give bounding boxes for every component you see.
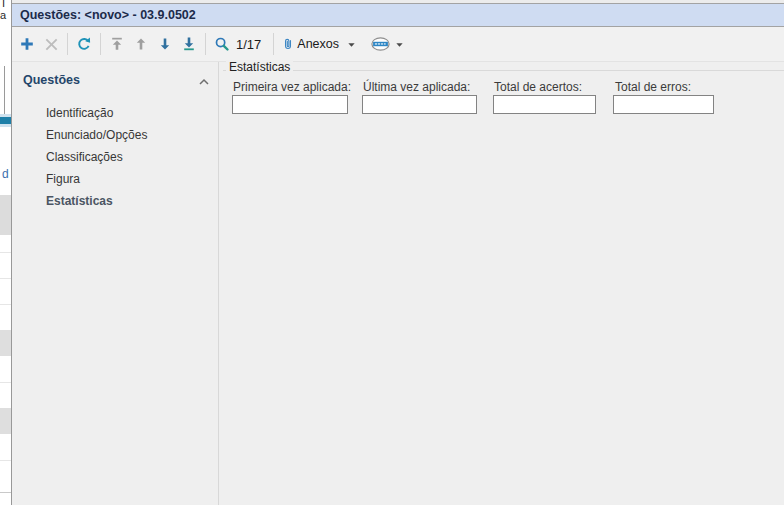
delete-record-button[interactable] — [39, 32, 63, 56]
fragment-row-line — [0, 252, 11, 253]
fragment-row-line — [0, 460, 11, 461]
sidebar-item-classificacoes[interactable]: Classificações — [46, 150, 123, 164]
arrow-down-to-bar-icon — [181, 36, 197, 52]
questoes-dialog: Questões: <novo> - 03.9.0502 — [11, 0, 784, 505]
chevron-down-icon — [395, 40, 404, 49]
dialog-titlebar[interactable]: Questões: <novo> - 03.9.0502 — [12, 3, 784, 27]
fragment-vertical-line — [4, 66, 5, 118]
x-icon — [44, 37, 59, 52]
dialog-content: Questões Identificação Enunciado/Opções … — [12, 62, 784, 505]
toolbar-separator — [100, 33, 101, 55]
sidebar: Questões Identificação Enunciado/Opções … — [12, 62, 219, 505]
printer-icon — [370, 36, 391, 52]
underlying-window-strip: I a d — [0, 0, 11, 507]
print-button[interactable] — [367, 32, 407, 56]
primeira-vez-aplicada-input[interactable] — [232, 95, 348, 114]
fragment-band — [0, 117, 11, 124]
total-de-acertos-input[interactable] — [493, 95, 596, 114]
anexos-button[interactable]: Anexos — [278, 32, 359, 56]
sidebar-item-estatisticas[interactable]: Estatísticas — [46, 194, 113, 208]
sidebar-item-identificacao[interactable]: Identificação — [46, 106, 113, 120]
arrow-up-icon — [133, 36, 149, 52]
toolbar-separator — [67, 33, 68, 55]
search-button[interactable] — [210, 32, 234, 56]
fragment-row-line — [0, 278, 11, 279]
fragment-band — [0, 124, 11, 127]
chevron-up-icon[interactable] — [197, 75, 211, 89]
anexos-label: Anexos — [297, 37, 339, 51]
fragment-letter: I — [2, 0, 5, 9]
next-record-button[interactable] — [153, 32, 177, 56]
refresh-button[interactable] — [72, 32, 96, 56]
sidebar-header: Questões — [23, 73, 80, 87]
chevron-down-icon — [347, 40, 356, 49]
first-record-button[interactable] — [105, 32, 129, 56]
groupbox-title: Estatísticas — [226, 60, 293, 74]
arrow-down-icon — [157, 36, 173, 52]
field-label-ultima-vez: Última vez aplicada: — [363, 80, 470, 94]
previous-record-button[interactable] — [129, 32, 153, 56]
sidebar-item-figura[interactable]: Figura — [46, 172, 80, 186]
fragment-block — [0, 408, 11, 434]
paperclip-icon — [281, 36, 295, 52]
dialog-title: Questões: <novo> - 03.9.0502 — [12, 8, 196, 22]
add-record-button[interactable] — [15, 32, 39, 56]
estatisticas-groupbox — [223, 70, 784, 500]
ultima-vez-aplicada-input[interactable] — [362, 95, 477, 114]
total-de-erros-input[interactable] — [613, 95, 714, 114]
toolbar-separator — [273, 33, 274, 55]
plus-icon — [19, 36, 35, 52]
refresh-icon — [76, 36, 92, 52]
last-record-button[interactable] — [177, 32, 201, 56]
arrow-up-to-bar-icon — [109, 36, 125, 52]
fragment-letter: d — [2, 167, 9, 181]
fragment-hline — [0, 492, 11, 493]
field-label-total-acertos: Total de acertos: — [494, 80, 582, 94]
field-label-primeira-vez: Primeira vez aplicada: — [233, 80, 351, 94]
field-label-total-erros: Total de erros: — [615, 80, 691, 94]
fragment-block — [0, 195, 11, 235]
toolbar: 1/17 Anexos — [12, 27, 784, 62]
sidebar-item-enunciado-opcoes[interactable]: Enunciado/Opções — [46, 128, 147, 142]
fragment-row-line — [0, 304, 11, 305]
fragment-block — [0, 330, 11, 356]
toolbar-separator — [205, 33, 206, 55]
magnifier-icon — [214, 36, 230, 52]
fragment-row-line — [0, 382, 11, 383]
fragment-letter: a — [0, 9, 6, 21]
record-indicator: 1/17 — [236, 37, 261, 52]
